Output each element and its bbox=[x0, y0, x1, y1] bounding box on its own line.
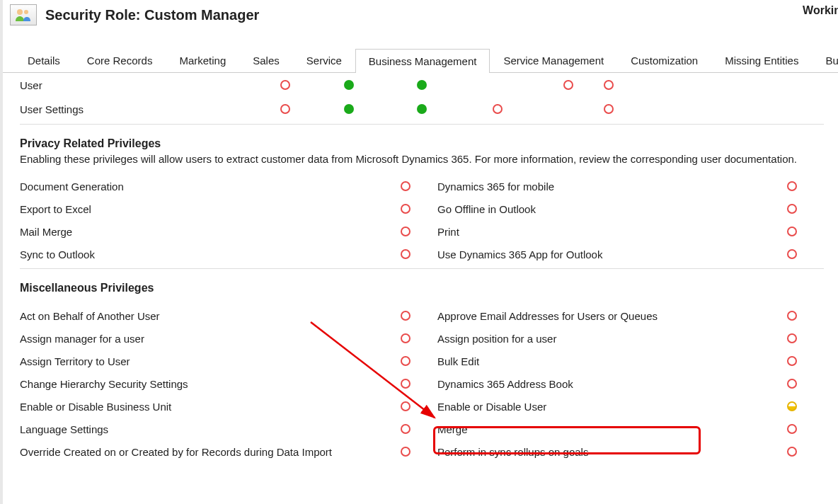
priv-label: Assign Territory to User bbox=[20, 355, 395, 367]
priv-toggle[interactable] bbox=[787, 424, 797, 434]
priv-label: Sync to Outlook bbox=[20, 248, 395, 260]
priv-label: Act on Behalf of Another User bbox=[20, 310, 395, 322]
priv-toggle[interactable] bbox=[401, 447, 411, 457]
tab-business-management[interactable]: Business Management bbox=[355, 49, 490, 73]
priv-toggle[interactable] bbox=[401, 356, 411, 366]
priv-label: Dynamics 365 Address Book bbox=[437, 378, 781, 390]
priv-toggle[interactable] bbox=[493, 104, 503, 114]
priv-row: Print bbox=[437, 220, 824, 243]
priv-toggle[interactable] bbox=[787, 356, 797, 366]
priv-toggle[interactable] bbox=[787, 333, 797, 343]
priv-row: Bulk Edit bbox=[437, 350, 824, 372]
section-privacy-desc: Enabling these privileges will allow use… bbox=[20, 153, 824, 165]
priv-row: Assign manager for a user bbox=[20, 327, 437, 350]
header: Security Role: Custom Manager bbox=[3, 0, 838, 25]
priv-toggle[interactable] bbox=[280, 104, 290, 114]
priv-label: Mail Merge bbox=[20, 226, 395, 238]
priv-label: Assign manager for a user bbox=[20, 333, 395, 345]
section-privacy-heading: Privacy Related Privileges bbox=[20, 137, 824, 150]
priv-toggle[interactable] bbox=[787, 181, 797, 191]
priv-toggle[interactable] bbox=[417, 104, 427, 114]
priv-label: Override Created on or Created by for Re… bbox=[20, 446, 395, 458]
priv-toggle-enable-disable-user[interactable] bbox=[787, 401, 797, 411]
priv-label: Dynamics 365 for mobile bbox=[437, 181, 781, 193]
entity-label: User bbox=[20, 79, 253, 91]
priv-row: Use Dynamics 365 App for Outlook bbox=[437, 243, 824, 265]
svg-point-1 bbox=[24, 10, 28, 14]
priv-label: Print bbox=[437, 226, 781, 238]
priv-label: Go Offline in Outlook bbox=[437, 203, 781, 215]
priv-row: Enable or Disable Business Unit bbox=[20, 395, 437, 418]
tab-marketing[interactable]: Marketing bbox=[166, 48, 239, 72]
security-role-editor: Security Role: Custom Manager Workin Det… bbox=[0, 0, 838, 504]
priv-row: Dynamics 365 Address Book bbox=[437, 372, 824, 395]
svg-point-0 bbox=[17, 9, 23, 15]
priv-toggle[interactable] bbox=[344, 80, 354, 90]
priv-row: Document Generation bbox=[20, 175, 437, 197]
priv-toggle[interactable] bbox=[563, 80, 573, 90]
priv-toggle[interactable] bbox=[787, 249, 797, 259]
priv-toggle[interactable] bbox=[787, 447, 797, 457]
priv-toggle[interactable] bbox=[401, 204, 411, 214]
tab-details[interactable]: Details bbox=[14, 48, 74, 72]
priv-row-enable-disable-user: Enable or Disable User bbox=[437, 395, 824, 418]
separator bbox=[20, 124, 824, 125]
priv-row: Go Offline in Outlook bbox=[437, 197, 824, 220]
entity-label: User Settings bbox=[20, 103, 253, 115]
priv-label: Enable or Disable User bbox=[437, 401, 781, 413]
tab-strip: Details Core Records Marketing Sales Ser… bbox=[3, 48, 838, 73]
priv-toggle[interactable] bbox=[401, 249, 411, 259]
priv-toggle[interactable] bbox=[401, 401, 411, 411]
priv-toggle[interactable] bbox=[401, 181, 411, 191]
priv-row: Assign Territory to User bbox=[20, 350, 437, 372]
priv-row: Perform in sync rollups on goals bbox=[437, 440, 824, 463]
priv-row: Language Settings bbox=[20, 418, 437, 440]
priv-label: Perform in sync rollups on goals bbox=[437, 446, 781, 458]
priv-label: Enable or Disable Business Unit bbox=[20, 401, 395, 413]
tab-sales[interactable]: Sales bbox=[239, 48, 293, 72]
priv-label: Assign position for a user bbox=[437, 333, 781, 345]
priv-toggle[interactable] bbox=[344, 104, 354, 114]
tab-customization[interactable]: Customization bbox=[617, 48, 711, 72]
privacy-grid: Document Generation Export to Excel Mail… bbox=[20, 175, 824, 265]
priv-row: Change Hierarchy Security Settings bbox=[20, 372, 437, 395]
priv-toggle[interactable] bbox=[401, 333, 411, 343]
entity-row-user: User bbox=[20, 73, 824, 97]
priv-row: Export to Excel bbox=[20, 197, 437, 220]
working-label: Workin bbox=[803, 4, 838, 17]
tab-service-management[interactable]: Service Management bbox=[490, 48, 617, 72]
role-icon bbox=[10, 4, 37, 25]
priv-toggle[interactable] bbox=[401, 424, 411, 434]
tab-business-process[interactable]: Business Process F bbox=[812, 48, 838, 72]
priv-row: Assign position for a user bbox=[437, 327, 824, 350]
priv-label: Approve Email Addresses for Users or Que… bbox=[437, 310, 781, 322]
priv-toggle[interactable] bbox=[280, 80, 290, 90]
tab-missing-entities[interactable]: Missing Entities bbox=[711, 48, 812, 72]
page-title: Security Role: Custom Manager bbox=[45, 7, 259, 23]
priv-label: Bulk Edit bbox=[437, 355, 781, 367]
priv-toggle[interactable] bbox=[787, 311, 797, 321]
tab-service[interactable]: Service bbox=[293, 48, 355, 72]
pane: User User Settings Privacy Related Privi… bbox=[3, 73, 838, 463]
priv-toggle[interactable] bbox=[604, 80, 614, 90]
priv-label: Merge bbox=[437, 423, 781, 435]
priv-row: Mail Merge bbox=[20, 220, 437, 243]
priv-label: Change Hierarchy Security Settings bbox=[20, 378, 395, 390]
priv-toggle[interactable] bbox=[787, 379, 797, 389]
priv-toggle[interactable] bbox=[787, 204, 797, 214]
separator bbox=[20, 268, 824, 269]
priv-row: Override Created on or Created by for Re… bbox=[20, 440, 437, 463]
tab-core-records[interactable]: Core Records bbox=[74, 48, 166, 72]
priv-toggle[interactable] bbox=[401, 227, 411, 236]
priv-toggle[interactable] bbox=[787, 227, 797, 236]
priv-toggle[interactable] bbox=[401, 311, 411, 321]
priv-toggle[interactable] bbox=[604, 104, 614, 114]
section-misc-heading: Miscellaneous Privileges bbox=[20, 282, 824, 294]
priv-toggle[interactable] bbox=[401, 379, 411, 389]
priv-row: Act on Behalf of Another User bbox=[20, 304, 437, 327]
priv-label: Document Generation bbox=[20, 181, 395, 193]
priv-label: Use Dynamics 365 App for Outlook bbox=[437, 248, 781, 260]
priv-toggle[interactable] bbox=[417, 80, 427, 90]
misc-grid: Act on Behalf of Another User Assign man… bbox=[20, 304, 824, 463]
priv-row: Sync to Outlook bbox=[20, 243, 437, 265]
